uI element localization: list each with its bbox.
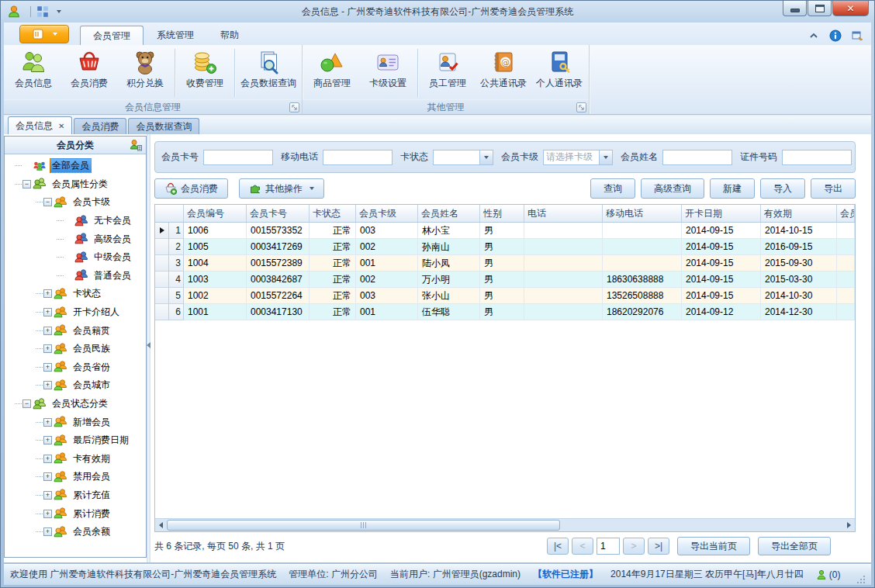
tree-expander-plus-icon[interactable]: + bbox=[43, 308, 52, 316]
ribbon-button-points-exchange[interactable]: 积分兑换 bbox=[117, 47, 173, 99]
column-header[interactable]: 有效期 bbox=[761, 205, 837, 222]
column-header[interactable]: 卡状态 bbox=[310, 205, 356, 222]
page-number-input[interactable] bbox=[597, 538, 620, 555]
column-header[interactable]: 会员卡级 bbox=[356, 205, 418, 222]
tree-item[interactable]: − 会员状态分类 bbox=[5, 395, 146, 413]
tree-item[interactable]: + 累计消费 bbox=[5, 504, 146, 523]
member-category-settings-icon[interactable] bbox=[129, 138, 143, 152]
ribbon-button-card-level[interactable]: 卡级设置 bbox=[360, 47, 416, 99]
table-row[interactable]: 110060015573352正常003林小宝男2014-09-152014-1… bbox=[155, 223, 855, 239]
scrollbar-track[interactable] bbox=[167, 519, 843, 531]
next-page-button[interactable]: > bbox=[623, 538, 645, 555]
collapse-ribbon-icon[interactable] bbox=[808, 29, 820, 42]
dialog-launcher-icon[interactable] bbox=[576, 102, 586, 112]
chevron-down-icon[interactable] bbox=[479, 150, 493, 164]
license-link[interactable]: 【软件已注册】 bbox=[533, 568, 598, 581]
quick-access-toolbar-button[interactable] bbox=[36, 5, 61, 19]
filter-input-0[interactable] bbox=[203, 150, 273, 165]
tree-item[interactable]: 中级会员 bbox=[5, 248, 146, 267]
tree-expander-plus-icon[interactable]: + bbox=[43, 455, 52, 463]
tree-expander-plus-icon[interactable]: + bbox=[43, 472, 52, 481]
toolbar-button-3[interactable]: 导入 bbox=[760, 178, 805, 199]
column-header[interactable]: 会员编号 bbox=[184, 205, 247, 222]
ribbon-button-personal-contacts[interactable]: 个人通讯录 bbox=[531, 47, 587, 99]
export-all-pages-button[interactable]: 导出全部页 bbox=[758, 537, 831, 555]
tree-item[interactable]: 高级会员 bbox=[5, 230, 146, 248]
table-row[interactable]: 610010003417130正常001伍华聪男186202920762014-… bbox=[155, 304, 855, 320]
ribbon-button-member-data-query[interactable]: 会员数据查询 bbox=[237, 47, 300, 99]
tree-expander-minus-icon[interactable]: − bbox=[22, 180, 31, 189]
ribbon-button-public-contacts[interactable]: @ 公共通讯录 bbox=[476, 47, 531, 99]
tree-expander-minus-icon[interactable]: − bbox=[43, 198, 52, 206]
toolbar-button-2[interactable]: 新建 bbox=[710, 178, 755, 199]
doc-tab-2[interactable]: 会员数据查询 bbox=[128, 118, 199, 135]
filter-input-4[interactable] bbox=[662, 150, 732, 165]
tree-item[interactable]: + 新增会员 bbox=[5, 413, 146, 431]
table-row[interactable]: 410030003842687正常002万小明男186306388882014-… bbox=[155, 272, 855, 288]
filter-input-1[interactable] bbox=[323, 150, 393, 165]
tree-item[interactable]: + 会员民族 bbox=[5, 340, 146, 358]
tree-item[interactable]: + 会员省份 bbox=[5, 358, 146, 377]
tree-expander-minus-icon[interactable]: − bbox=[22, 399, 31, 408]
tree-expander-plus-icon[interactable]: + bbox=[43, 327, 52, 335]
tree-expander-plus-icon[interactable]: + bbox=[43, 418, 52, 427]
column-header[interactable]: 会员姓名 bbox=[418, 205, 480, 222]
first-page-button[interactable]: |< bbox=[547, 538, 569, 555]
tree-expander-plus-icon[interactable]: + bbox=[43, 344, 52, 353]
doc-tab-1[interactable]: 会员消费 bbox=[74, 118, 126, 135]
dialog-launcher-icon[interactable] bbox=[289, 102, 299, 112]
ribbon-tab-2[interactable]: 帮助 bbox=[207, 26, 252, 45]
filter-input-5[interactable] bbox=[782, 150, 852, 165]
close-tab-icon[interactable]: ✕ bbox=[58, 123, 64, 130]
horizontal-scrollbar[interactable] bbox=[155, 518, 855, 531]
tree-item[interactable]: − 会员属性分类 bbox=[5, 175, 146, 194]
app-menu-button[interactable] bbox=[19, 25, 69, 43]
info-icon[interactable] bbox=[829, 29, 842, 42]
tree-item[interactable]: + 会员籍贯 bbox=[5, 321, 146, 340]
other-operations-button[interactable]: 其他操作 bbox=[239, 178, 324, 199]
ribbon-button-employee-management[interactable]: 员工管理 bbox=[420, 47, 476, 99]
ribbon-tab-1[interactable]: 系统管理 bbox=[144, 26, 207, 45]
scroll-left-icon[interactable] bbox=[155, 519, 167, 531]
table-row[interactable]: 210050003417269正常002孙南山男2014-09-152016-0… bbox=[155, 239, 855, 255]
tree-item[interactable]: + 最后消费日期 bbox=[5, 431, 146, 450]
tree-expander-plus-icon[interactable]: + bbox=[43, 491, 52, 500]
maximize-button[interactable] bbox=[808, 1, 832, 16]
tree-item[interactable]: + 卡有效期 bbox=[5, 450, 146, 469]
tree-item[interactable]: 普通会员 bbox=[5, 267, 146, 285]
tree-expander-plus-icon[interactable]: + bbox=[43, 289, 52, 298]
column-header[interactable]: 会员卡号 bbox=[247, 205, 310, 222]
ribbon-tab-0[interactable]: 会员管理 bbox=[80, 26, 144, 45]
window-switch-icon[interactable] bbox=[851, 29, 863, 42]
table-row[interactable]: 510020015572264正常003张小山男135265088882014-… bbox=[155, 288, 855, 304]
tree-item[interactable]: 全部会员 bbox=[5, 157, 146, 175]
toolbar-button-0[interactable]: 查询 bbox=[590, 178, 635, 199]
tree-item[interactable]: + 会员余额 bbox=[5, 523, 146, 541]
column-header[interactable]: 性别 bbox=[480, 205, 524, 222]
tree-item[interactable]: − 会员卡级 bbox=[5, 193, 146, 212]
scroll-right-icon[interactable] bbox=[843, 519, 855, 531]
tree-item[interactable]: 无卡会员 bbox=[5, 212, 146, 230]
tree-item[interactable]: + 禁用会员 bbox=[5, 468, 146, 486]
filter-combo-2[interactable] bbox=[433, 150, 493, 165]
prev-page-button[interactable]: < bbox=[572, 538, 593, 555]
table-row[interactable]: 310040015572389正常001陆小凤男2014-09-152015-0… bbox=[155, 255, 855, 272]
close-button[interactable]: ✕ bbox=[832, 1, 869, 16]
toolbar-button-4[interactable]: 导出 bbox=[811, 178, 856, 199]
last-page-button[interactable]: >| bbox=[648, 538, 669, 555]
tree-item[interactable]: + 开卡介绍人 bbox=[5, 303, 146, 322]
tree-expander-plus-icon[interactable]: + bbox=[43, 363, 52, 372]
scrollbar-thumb[interactable] bbox=[167, 520, 560, 531]
column-header[interactable]: 会员 bbox=[837, 205, 855, 222]
splitter[interactable] bbox=[147, 134, 150, 562]
column-header[interactable]: 移动电话 bbox=[603, 205, 682, 222]
ribbon-button-fee-management[interactable]: 收费管理 bbox=[177, 47, 233, 99]
tree-expander-plus-icon[interactable]: + bbox=[43, 527, 52, 536]
ribbon-button-member-consume[interactable]: 会员消费 bbox=[61, 47, 117, 99]
filter-combo-3[interactable]: 请选择卡级 bbox=[543, 150, 613, 165]
export-current-page-button[interactable]: 导出当前页 bbox=[677, 537, 750, 555]
ribbon-button-member-info[interactable]: 会员信息 bbox=[5, 47, 61, 99]
resize-grip[interactable] bbox=[856, 574, 865, 583]
tree-item[interactable]: + 卡状态 bbox=[5, 285, 146, 303]
tree-expander-plus-icon[interactable]: + bbox=[43, 381, 52, 389]
